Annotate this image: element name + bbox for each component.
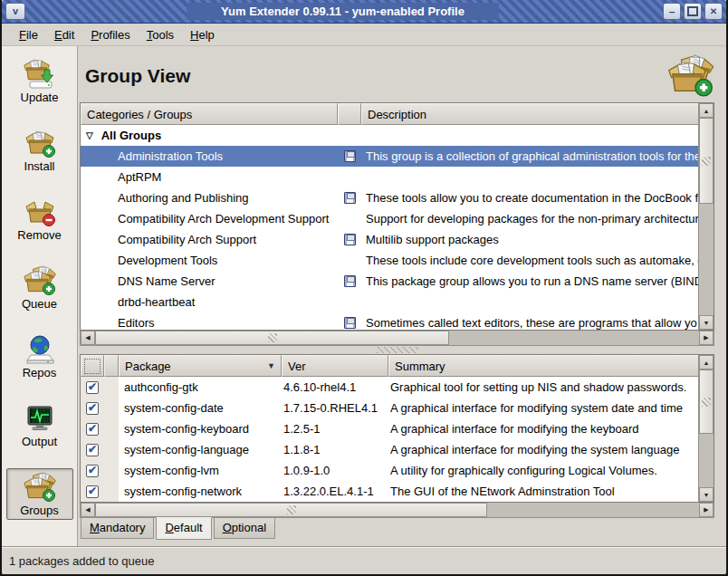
package-checkbox[interactable] [86, 402, 99, 415]
package-row[interactable]: system-config-language 1.1.8-1 A graphic… [81, 439, 698, 460]
group-table-vscroll-thumb[interactable] [699, 118, 714, 204]
column-header-description[interactable]: Description [361, 103, 698, 125]
package-summary: A graphical interface for modifying the … [388, 443, 698, 456]
package-table-vscroll-trough[interactable] [699, 434, 714, 487]
package-group-icon [344, 275, 356, 287]
tab-optional[interactable]: Optional [214, 518, 275, 539]
group-label: AptRPM [118, 170, 161, 184]
scroll-down-icon[interactable]: ▼ [699, 487, 714, 502]
group-row[interactable]: DNS Name Server This package group allow… [81, 271, 698, 292]
package-name: system-config-lvm [119, 464, 282, 477]
scroll-right-icon[interactable]: ▶ [699, 503, 714, 517]
package-checkbox[interactable] [86, 381, 99, 394]
sidebar-item-queue[interactable]: Queue [6, 262, 73, 313]
group-label: All Groups [101, 129, 161, 142]
package-icon-cell [104, 418, 119, 439]
group-row[interactable]: drbd-heartbeat [81, 292, 698, 312]
package-table-hscrollbar[interactable]: ◀ ▶ [80, 503, 714, 518]
column-header-ver[interactable]: Ver [282, 355, 388, 377]
group-package-tabs: Mandatory Default Optional [80, 518, 714, 542]
package-row[interactable]: system-config-keyboard 1.2.5-1 A graphic… [81, 418, 698, 439]
group-description: These tools allow you to create document… [361, 191, 698, 205]
scroll-left-icon[interactable]: ◀ [81, 331, 95, 345]
package-name: authconfig-gtk [119, 380, 282, 394]
column-header-select-all[interactable] [81, 355, 104, 377]
expander-open-icon[interactable]: ▽ [86, 130, 93, 140]
column-header-summary[interactable]: Summary [388, 355, 698, 377]
sidebar-item-label: Install [24, 159, 55, 173]
menu-item-help[interactable]: Help [182, 25, 223, 44]
group-row[interactable]: Editors Sometimes called text editors, t… [81, 312, 698, 330]
package-row[interactable]: authconfig-gtk 4.6.10-rhel4.1 Graphical … [81, 377, 698, 398]
sort-descending-icon: ▼ [267, 361, 275, 370]
menu-item-edit[interactable]: Edit [46, 25, 82, 44]
tab-mandatory[interactable]: Mandatory [81, 518, 154, 539]
column-header-categories-groups[interactable]: Categories / Groups [81, 103, 338, 125]
group-row[interactable]: Development Tools These tools include co… [81, 250, 698, 271]
window-title: Yum Extender 0.99.11 - yum-enabled Profi… [187, 3, 499, 20]
close-icon[interactable] [704, 3, 723, 20]
package-table: Package ▼ Ver Summary authconfig-gtk 4.6… [80, 354, 714, 503]
menu-item-tools[interactable]: Tools [139, 25, 182, 44]
menu-item-file[interactable]: File [11, 25, 46, 44]
package-checkbox[interactable] [86, 423, 99, 436]
group-table-vscrollbar[interactable]: ▲ ▼ [698, 103, 714, 330]
package-checkbox[interactable] [86, 485, 99, 498]
group-row[interactable]: Administration Tools This group is a col… [81, 146, 698, 167]
package-table-hscroll-trough[interactable] [487, 503, 699, 517]
package-summary: A utility for graphically configuring Lo… [388, 464, 698, 477]
package-table-vscroll-thumb[interactable] [699, 370, 714, 434]
scroll-up-icon[interactable]: ▲ [699, 103, 714, 118]
package-group-icon [344, 150, 356, 162]
package-table-hscroll-thumb[interactable] [95, 503, 487, 517]
package-table-body: authconfig-gtk 4.6.10-rhel4.1 Graphical … [81, 377, 698, 502]
package-checkbox[interactable] [86, 444, 99, 456]
maximize-icon[interactable] [684, 3, 702, 20]
group-label: Development Tools [118, 254, 217, 267]
group-table-hscroll-trough[interactable] [449, 331, 699, 345]
sidebar-item-groups[interactable]: Groups [6, 468, 73, 520]
menu-item-profiles[interactable]: Profiles [82, 25, 138, 44]
scroll-down-icon[interactable]: ▼ [699, 315, 714, 330]
group-table-vscroll-trough[interactable] [699, 204, 714, 315]
package-row[interactable]: system-config-network 1.3.22.0.EL.4.1-1 … [81, 481, 698, 502]
column-header-package[interactable]: Package ▼ [119, 355, 282, 377]
group-table-hscroll-thumb[interactable] [95, 331, 449, 345]
package-checkbox[interactable] [86, 465, 99, 477]
sidebar-item-label: Queue [22, 297, 57, 311]
package-name: system-config-language [119, 443, 282, 456]
titlebar[interactable]: v Yum Extender 0.99.11 - yum-enabled Pro… [2, 0, 726, 24]
sidebar-item-install[interactable]: Install [6, 124, 73, 176]
group-row[interactable]: Authoring and Publishing These tools all… [81, 187, 698, 208]
sidebar-item-remove[interactable]: Remove [6, 193, 73, 245]
group-table-hscrollbar[interactable]: ◀ ▶ [80, 331, 714, 346]
sidebar-item-repos[interactable]: Repos [6, 331, 73, 382]
scroll-left-icon[interactable]: ◀ [81, 503, 95, 517]
group-description: These tools include core development too… [361, 254, 698, 267]
group-row[interactable]: Compatibility Arch Support Multilib supp… [81, 229, 698, 250]
group-row[interactable]: AptRPM [81, 167, 698, 187]
scroll-up-icon[interactable]: ▲ [699, 355, 714, 370]
group-label: Compatibility Arch Development Support [118, 212, 329, 226]
scroll-right-icon[interactable]: ▶ [699, 331, 714, 345]
package-table-vscrollbar[interactable]: ▲ ▼ [698, 355, 714, 502]
remove-box-icon [23, 197, 57, 227]
package-version: 1.0.9-1.0 [282, 464, 388, 477]
group-row[interactable]: ▽ All Groups [81, 125, 698, 146]
package-version: 1.7.15-0.RHEL4.1 [282, 401, 388, 415]
sidebar-item-output[interactable]: Output [6, 399, 73, 451]
window-menu-icon[interactable]: v [5, 3, 25, 20]
tab-default[interactable]: Default [156, 517, 211, 540]
status-text: 1 packages added to queue [9, 554, 154, 568]
column-header-group-icon[interactable] [338, 103, 361, 125]
package-row[interactable]: system-config-date 1.7.15-0.RHEL4.1 A gr… [81, 398, 698, 418]
column-header-package-icon[interactable] [104, 355, 119, 377]
minimize-icon[interactable] [663, 3, 681, 20]
sidebar-item-update[interactable]: Update [6, 55, 73, 107]
pane-splitter[interactable] [80, 346, 714, 354]
group-label: Compatibility Arch Support [118, 233, 256, 246]
group-row[interactable]: Compatibility Arch Development Support S… [81, 208, 698, 229]
package-name: system-config-keyboard [119, 422, 282, 436]
update-box-icon [23, 59, 57, 90]
package-row[interactable]: system-config-lvm 1.0.9-1.0 A utility fo… [81, 460, 698, 481]
